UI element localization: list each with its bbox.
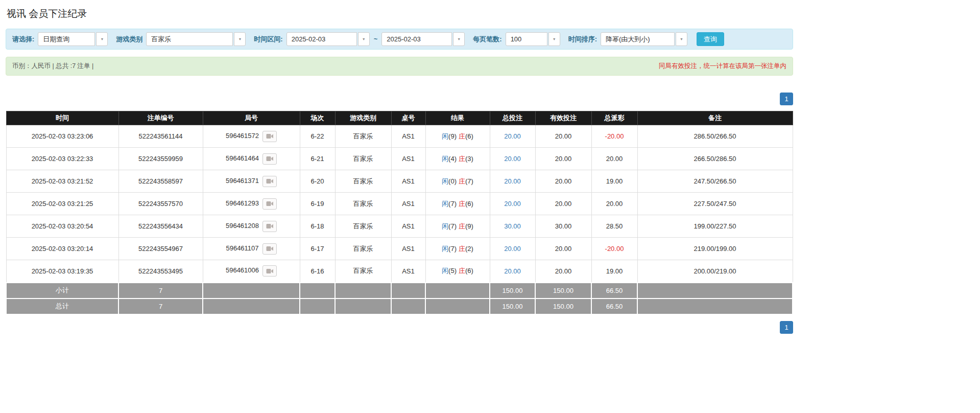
- total-bet-link[interactable]: 20.00: [490, 148, 535, 170]
- game-type-label: 游戏类别: [116, 35, 142, 44]
- round-video-button[interactable]: [262, 176, 277, 187]
- banker-result: 庄(2): [459, 245, 473, 253]
- date-from-dropdown: 2025-02-03 ▼: [286, 32, 370, 46]
- game-type-value[interactable]: 百家乐: [146, 32, 233, 46]
- round-video-button[interactable]: [262, 265, 277, 277]
- empty-cell: [335, 283, 391, 299]
- game-type: 百家乐: [335, 238, 391, 260]
- payout: 20.00: [591, 193, 637, 215]
- payout: 19.00: [591, 170, 637, 193]
- page-size-dropdown-button[interactable]: ▼: [548, 32, 560, 46]
- banker-label: 庄: [459, 177, 465, 185]
- remark: 227.50/247.50: [637, 193, 793, 215]
- select-type-dropdown-button[interactable]: ▼: [96, 32, 108, 46]
- bet-time: 2025-02-03 03:20:54: [6, 215, 118, 238]
- page-button[interactable]: 1: [780, 93, 793, 105]
- column-header: 时间: [6, 111, 118, 125]
- round-video-button[interactable]: [262, 198, 277, 210]
- video-camera-icon: [266, 246, 273, 251]
- table-number: AS1: [391, 215, 425, 238]
- round-video-button[interactable]: [262, 131, 277, 142]
- pagination-bottom: 1: [6, 321, 793, 334]
- round-id: 596461107: [226, 244, 258, 252]
- banker-score: (6): [465, 200, 473, 208]
- player-result: 闲(0): [442, 177, 457, 185]
- player-result: 闲(7): [442, 200, 457, 208]
- date-separator: ~: [374, 35, 378, 43]
- player-score: (0): [448, 177, 457, 185]
- banker-result: 庄(3): [459, 155, 473, 163]
- player-score: (7): [448, 222, 457, 230]
- game-type: 百家乐: [335, 148, 391, 170]
- date-to-dropdown: 2025-02-03 ▼: [381, 32, 465, 46]
- session: 6-22: [300, 125, 335, 148]
- round-id: 596461006: [226, 267, 259, 274]
- table-row: 2025-02-03 03:20:54 522243556434 5964612…: [6, 215, 793, 238]
- result-cell: 闲(5)庄(6): [425, 260, 490, 283]
- payout: -20.00: [591, 238, 637, 260]
- round-video-button[interactable]: [262, 243, 277, 255]
- round-id: 596461371: [226, 177, 259, 185]
- total-bet-link[interactable]: 20.00: [490, 170, 535, 193]
- remark: 247.50/266.50: [637, 170, 793, 193]
- date-to-value[interactable]: 2025-02-03: [381, 32, 452, 46]
- total-bet-link[interactable]: 20.00: [490, 260, 535, 283]
- select-type-value[interactable]: 日期查询: [38, 32, 95, 46]
- round-video-button[interactable]: [262, 153, 277, 165]
- valid-bet: 20.00: [535, 148, 591, 170]
- caret-down-icon: ▼: [238, 37, 242, 41]
- banker-label: 庄: [459, 155, 465, 163]
- round-video-button[interactable]: [262, 221, 277, 232]
- round-id: 596461208: [226, 222, 259, 230]
- time-sort-dropdown-button[interactable]: ▼: [676, 32, 687, 46]
- round-cell: 596461371: [203, 170, 300, 193]
- banker-label: 庄: [459, 267, 465, 274]
- player-score: (9): [448, 132, 457, 140]
- date-from-value[interactable]: 2025-02-03: [286, 32, 357, 46]
- bet-id: 522243561144: [118, 125, 203, 148]
- round-cell: 596461208: [203, 215, 300, 238]
- subtotal-valid-bet: 150.00: [535, 283, 591, 299]
- total-bet-link[interactable]: 20.00: [490, 238, 535, 260]
- remark: 199.00/227.50: [637, 215, 793, 238]
- banker-score: (7): [465, 177, 473, 185]
- player-result: 闲(7): [442, 245, 457, 253]
- total-bet-link[interactable]: 30.00: [490, 215, 535, 238]
- summary-bar: 币别：人民币 | 总共 :7 注单 | 同局有效投注，统一计算在该局第一张注单内: [6, 57, 793, 76]
- video-camera-icon: [266, 201, 273, 206]
- video-camera-icon: [266, 268, 273, 274]
- empty-cell: [203, 299, 300, 314]
- remark: 286.50/266.50: [637, 125, 793, 148]
- bet-time: 2025-02-03 03:23:06: [6, 125, 118, 148]
- page-button[interactable]: 1: [780, 321, 793, 334]
- bet-time: 2025-02-03 03:21:52: [6, 170, 118, 193]
- bet-time: 2025-02-03 03:19:35: [6, 260, 118, 283]
- player-label: 闲: [442, 267, 448, 274]
- time-sort-value[interactable]: 降幂(由大到小): [601, 32, 675, 46]
- player-score: (7): [448, 200, 457, 208]
- column-header: 备注: [637, 111, 793, 125]
- empty-cell: [391, 283, 425, 299]
- session: 6-18: [300, 215, 335, 238]
- empty-cell: [335, 299, 391, 314]
- valid-bet: 30.00: [535, 215, 591, 238]
- game-type: 百家乐: [335, 125, 391, 148]
- round-cell: 596461107: [203, 238, 300, 260]
- banker-result: 庄(6): [459, 200, 473, 208]
- banker-label: 庄: [459, 132, 465, 140]
- banker-score: (3): [465, 155, 473, 163]
- result-cell: 闲(7)庄(9): [425, 215, 490, 238]
- page-size-dropdown: 100 ▼: [506, 32, 560, 46]
- search-button[interactable]: 查询: [697, 32, 724, 46]
- total-bet-link[interactable]: 20.00: [490, 193, 535, 215]
- session: 6-17: [300, 238, 335, 260]
- bets-table: 时间注单编号局号场次游戏类别桌号结果总投注有效投注总派彩备注 2025-02-0…: [6, 111, 793, 315]
- valid-bet: 20.00: [535, 170, 591, 193]
- date-to-dropdown-button[interactable]: ▼: [453, 32, 465, 46]
- game-type-dropdown-button[interactable]: ▼: [234, 32, 246, 46]
- date-from-dropdown-button[interactable]: ▼: [358, 32, 370, 46]
- total-bet-link[interactable]: 20.00: [490, 125, 535, 148]
- page-size-value[interactable]: 100: [506, 32, 547, 46]
- caret-down-icon: ▼: [457, 37, 461, 41]
- pagination-top: 1: [6, 93, 793, 105]
